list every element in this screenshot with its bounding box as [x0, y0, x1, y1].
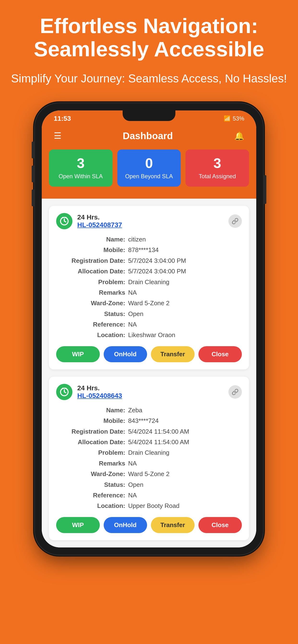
value-ward-2: Ward 5-Zone 2	[128, 470, 169, 478]
app-header: ☰ Dashboard 🔔	[42, 125, 256, 147]
detail-row-reg-2: Registration Date: 5/4/2024 11:54:00 AM	[56, 427, 242, 436]
value-problem-2: Drain Cleaning	[128, 448, 169, 457]
label-remarks-1: Remarks	[56, 288, 128, 297]
label-name-1: Name:	[56, 235, 128, 244]
clock-icon-1	[60, 216, 69, 226]
label-ref-2: Reference:	[56, 491, 128, 500]
label-location-1: Location:	[56, 330, 128, 339]
complaint-id-area-1: 24 Hrs. HL-052408737	[77, 214, 224, 229]
wip-button-2[interactable]: WIP	[56, 517, 100, 533]
label-location-2: Location:	[56, 502, 128, 510]
detail-row-ward-1: Ward-Zone: Ward 5-Zone 2	[56, 299, 242, 308]
detail-row-ref-2: Reference: NA	[56, 491, 242, 500]
status-bar: 11:53 📶 53%	[42, 110, 256, 125]
value-ref-2: NA	[128, 491, 137, 500]
label-ward-2: Ward-Zone:	[56, 470, 128, 478]
detail-row-reg-1: Registration Date: 5/7/2024 3:04:00 PM	[56, 256, 242, 265]
value-name-1: citizen	[128, 235, 146, 244]
label-ward-1: Ward-Zone:	[56, 299, 128, 308]
clock-icon-2	[60, 388, 69, 396]
value-reg-2: 5/4/2024 11:54:00 AM	[128, 427, 189, 436]
value-remarks-1: NA	[128, 288, 137, 297]
stat-label-open-beyond-sla: Open Beyond SLA	[122, 172, 176, 180]
battery-icon: 53%	[233, 115, 244, 122]
stat-number-total-assigned: 3	[190, 156, 244, 170]
stats-section: 3 Open Within SLA 0 Open Beyond SLA 3 To…	[42, 147, 256, 198]
label-ref-1: Reference:	[56, 320, 128, 329]
complaint-header-2: 24 Hrs. HL-052408643	[56, 384, 242, 400]
label-mobile-1: Mobile:	[56, 246, 128, 254]
value-alloc-2: 5/4/2024 11:54:00 AM	[128, 438, 189, 446]
status-icons: 📶 53%	[224, 115, 244, 122]
link-button-2[interactable]	[228, 385, 242, 399]
hero-subtitle: Simplify Your Journey: Seamless Access, …	[11, 70, 287, 86]
label-mobile-2: Mobile:	[56, 416, 128, 425]
detail-row-mobile-2: Mobile: 843****724	[56, 416, 242, 425]
hours-label-2: 24 Hrs.	[77, 384, 100, 392]
link-button-1[interactable]	[228, 214, 242, 228]
label-alloc-2: Allocation Date:	[56, 438, 128, 446]
complaint-header-1: 24 Hrs. HL-052408737	[56, 213, 242, 229]
value-status-2: Open	[128, 480, 143, 489]
complaint-id-1[interactable]: HL-052408737	[77, 221, 224, 229]
bell-icon[interactable]: 🔔	[234, 131, 244, 141]
phone-mockup: 11:53 📶 53% ☰ Dashboard 🔔 3 Open Within …	[35, 103, 263, 555]
stat-card-total-assigned[interactable]: 3 Total Assigned	[186, 150, 249, 187]
label-status-2: Status:	[56, 480, 128, 489]
detail-row-status-2: Status: Open	[56, 480, 242, 489]
detail-row-remarks-2: Remarks NA	[56, 459, 242, 468]
label-remarks-2: Remarks	[56, 459, 128, 468]
detail-row-ref-1: Reference: NA	[56, 320, 242, 329]
detail-row-remarks-1: Remarks NA	[56, 288, 242, 297]
stat-label-open-within-sla: Open Within SLA	[54, 172, 108, 180]
phone-screen: 11:53 📶 53% ☰ Dashboard 🔔 3 Open Within …	[42, 110, 256, 548]
detail-row-name-2: Name: Zeba	[56, 406, 242, 414]
hours-label-1: 24 Hrs.	[77, 214, 100, 221]
header-title: Dashboard	[123, 130, 173, 141]
detail-row-ward-2: Ward-Zone: Ward 5-Zone 2	[56, 470, 242, 478]
complaint-details-1: Name: citizen Mobile: 878****134 Registr…	[56, 235, 242, 340]
value-mobile-1: 878****134	[128, 246, 159, 254]
complaint-id-area-2: 24 Hrs. HL-052408643	[77, 384, 224, 400]
transfer-button-2[interactable]: Transfer	[151, 517, 195, 533]
value-mobile-2: 843****724	[128, 416, 159, 425]
wip-button-1[interactable]: WIP	[56, 346, 100, 362]
stat-number-open-within-sla: 3	[54, 156, 108, 170]
complaint-details-2: Name: Zeba Mobile: 843****724 Registrati…	[56, 406, 242, 510]
value-status-1: Open	[128, 310, 143, 318]
detail-row-location-1: Location: Likeshwar Oraon	[56, 330, 242, 339]
label-name-2: Name:	[56, 406, 128, 414]
detail-row-location-2: Location: Upper Booty Road	[56, 502, 242, 510]
label-reg-1: Registration Date:	[56, 256, 128, 265]
transfer-button-1[interactable]: Transfer	[151, 346, 195, 362]
close-button-2[interactable]: Close	[198, 517, 242, 533]
value-name-2: Zeba	[128, 406, 142, 414]
status-time: 11:53	[54, 115, 71, 122]
value-remarks-2: NA	[128, 459, 137, 468]
stat-card-open-beyond-sla[interactable]: 0 Open Beyond SLA	[117, 150, 181, 187]
clock-badge-2	[56, 384, 72, 400]
detail-row-mobile-1: Mobile: 878****134	[56, 246, 242, 254]
stat-card-open-within-sla[interactable]: 3 Open Within SLA	[49, 150, 112, 187]
value-alloc-1: 5/7/2024 3:04:00 PM	[128, 267, 186, 276]
detail-row-status-1: Status: Open	[56, 310, 242, 318]
action-buttons-2: WIP OnHold Transfer Close	[56, 517, 242, 533]
complaint-card-2: 24 Hrs. HL-052408643 Name: Zeba	[49, 376, 249, 540]
value-location-1: Likeshwar Oraon	[128, 330, 175, 339]
close-button-1[interactable]: Close	[198, 346, 242, 362]
label-reg-2: Registration Date:	[56, 427, 128, 436]
value-location-2: Upper Booty Road	[128, 502, 180, 510]
detail-row-problem-1: Problem: Drain Cleaning	[56, 278, 242, 286]
onhold-button-1[interactable]: OnHold	[104, 346, 147, 362]
signal-icon: 📶	[224, 115, 231, 122]
complaint-id-2[interactable]: HL-052408643	[77, 392, 224, 400]
complaint-card-1: 24 Hrs. HL-052408737 Name: citizen	[49, 206, 249, 370]
label-status-1: Status:	[56, 310, 128, 318]
onhold-button-2[interactable]: OnHold	[104, 517, 147, 533]
label-alloc-1: Allocation Date:	[56, 267, 128, 276]
detail-row-alloc-1: Allocation Date: 5/7/2024 3:04:00 PM	[56, 267, 242, 276]
clock-badge-1	[56, 213, 72, 229]
value-reg-1: 5/7/2024 3:04:00 PM	[128, 256, 186, 265]
stat-label-total-assigned: Total Assigned	[190, 172, 244, 180]
hamburger-icon[interactable]: ☰	[54, 132, 61, 140]
